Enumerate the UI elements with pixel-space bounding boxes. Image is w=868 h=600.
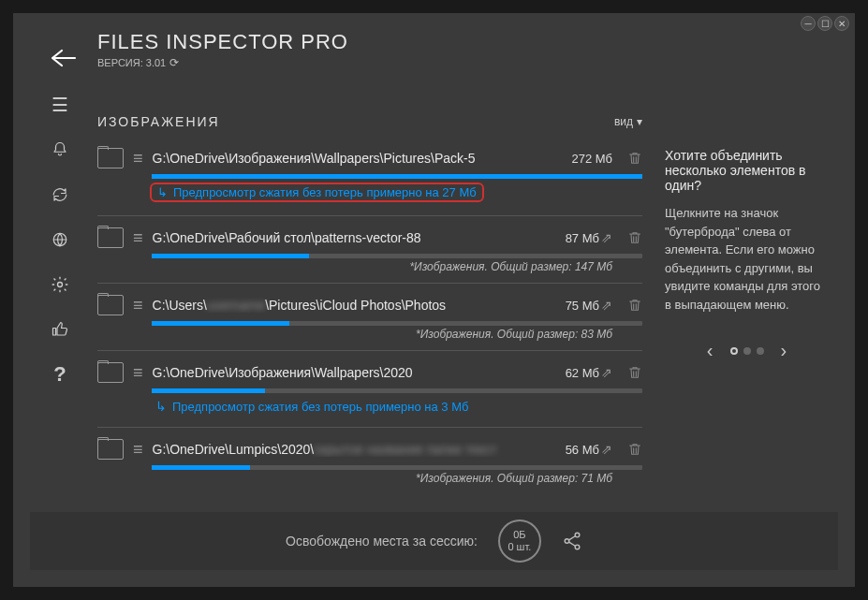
item-size: 62 Мб⇗ bbox=[566, 365, 612, 380]
preview-arrow-icon: ↳ bbox=[155, 399, 167, 414]
link-icon: ⇗ bbox=[601, 230, 612, 245]
chevron-down-icon: ▾ bbox=[637, 115, 642, 128]
session-counter: 0Б 0 шт. bbox=[498, 520, 541, 563]
pager-dot[interactable] bbox=[743, 347, 751, 355]
item-size: 272 Мб bbox=[571, 152, 612, 166]
thumbs-up-icon[interactable] bbox=[49, 318, 71, 341]
item-subtext: *Изображения. Общий размер: 71 Мб bbox=[97, 472, 642, 485]
folder-icon[interactable] bbox=[97, 439, 124, 460]
size-bar bbox=[152, 465, 642, 470]
list-item: ≡ G:\OneDrive\Изображения\Wallpapers\Pic… bbox=[97, 142, 642, 210]
item-menu-icon[interactable]: ≡ bbox=[133, 297, 143, 314]
delete-button[interactable] bbox=[627, 298, 642, 313]
size-bar bbox=[152, 174, 642, 179]
svg-point-1 bbox=[58, 283, 63, 287]
list-item: ≡ G:\OneDrive\Lumpics\2020\скрытое назва… bbox=[97, 433, 642, 489]
item-size: 75 Мб⇗ bbox=[566, 298, 612, 313]
compression-preview-link[interactable]: ↳Предпросмотр сжатия без потерь примерно… bbox=[155, 399, 642, 414]
delete-button[interactable] bbox=[627, 365, 642, 380]
view-toggle[interactable]: вид▾ bbox=[614, 115, 642, 128]
size-bar bbox=[152, 254, 642, 258]
folder-icon[interactable] bbox=[97, 227, 124, 248]
sync-icon[interactable] bbox=[49, 183, 71, 206]
close-button[interactable]: ✕ bbox=[834, 16, 849, 31]
delete-button[interactable] bbox=[627, 442, 642, 457]
folder-icon[interactable] bbox=[97, 362, 124, 383]
footer-label: Освобождено места за сессию: bbox=[286, 534, 478, 549]
globe-icon[interactable] bbox=[49, 228, 71, 251]
list-item: ≡ C:\Users\username\Pictures\iCloud Phot… bbox=[97, 289, 642, 344]
item-path[interactable]: G:\OneDrive\Lumpics\2020\скрытое названи… bbox=[153, 442, 549, 457]
app-title: FILES INSPECTOR PRO bbox=[97, 30, 855, 54]
delete-button[interactable] bbox=[627, 230, 642, 245]
link-icon: ⇗ bbox=[601, 365, 612, 380]
item-subtext: *Изображения. Общий размер: 147 Мб bbox=[97, 260, 642, 273]
size-bar bbox=[152, 388, 642, 393]
list-item: ≡ G:\OneDrive\Рабочий стол\patterns-vect… bbox=[97, 222, 642, 277]
list-item: ≡ G:\OneDrive\Изображения\Wallpapers\202… bbox=[97, 357, 642, 421]
link-icon: ⇗ bbox=[601, 298, 612, 313]
section-title: ИЗОБРАЖЕНИЯ bbox=[97, 114, 220, 129]
pager-dot[interactable] bbox=[730, 347, 738, 355]
item-menu-icon[interactable]: ≡ bbox=[133, 441, 143, 458]
delete-button[interactable] bbox=[627, 151, 642, 166]
tip-title: Хотите объединить несколько элементов в … bbox=[665, 148, 829, 193]
compression-preview-link[interactable]: ↳Предпросмотр сжатия без потерь примерно… bbox=[150, 183, 484, 202]
minimize-button[interactable]: ─ bbox=[801, 16, 816, 31]
item-menu-icon[interactable]: ≡ bbox=[133, 150, 143, 167]
folder-icon[interactable] bbox=[97, 148, 124, 168]
separator bbox=[97, 427, 642, 428]
gear-icon[interactable] bbox=[49, 273, 71, 296]
next-tip-button[interactable]: › bbox=[781, 340, 787, 361]
tip-body: Щелкните на значок "бутерброда" слева от… bbox=[665, 204, 829, 314]
item-size: 56 Мб⇗ bbox=[566, 442, 612, 457]
item-path[interactable]: G:\OneDrive\Изображения\Wallpapers\2020 bbox=[153, 365, 549, 380]
link-icon: ⇗ bbox=[601, 442, 612, 457]
pager-dots bbox=[730, 347, 764, 355]
share-icon[interactable] bbox=[562, 531, 582, 551]
item-path[interactable]: C:\Users\username\Pictures\iCloud Photos… bbox=[153, 298, 549, 313]
back-button[interactable] bbox=[51, 49, 77, 67]
help-icon[interactable]: ? bbox=[49, 363, 71, 386]
bell-icon[interactable] bbox=[49, 139, 71, 161]
size-bar bbox=[152, 321, 642, 326]
item-menu-icon[interactable]: ≡ bbox=[133, 364, 143, 381]
prev-tip-button[interactable]: ‹ bbox=[707, 340, 714, 361]
item-menu-icon[interactable]: ≡ bbox=[133, 229, 143, 246]
preview-arrow-icon: ↳ bbox=[157, 185, 168, 199]
separator bbox=[97, 283, 642, 284]
menu-icon[interactable]: ☰ bbox=[49, 94, 71, 116]
refresh-icon[interactable]: ⟳ bbox=[169, 56, 179, 69]
item-path[interactable]: G:\OneDrive\Рабочий стол\patterns-vector… bbox=[153, 230, 549, 245]
pager-dot[interactable] bbox=[757, 347, 764, 355]
item-subtext: *Изображения. Общий размер: 83 Мб bbox=[97, 328, 642, 341]
separator bbox=[97, 215, 642, 216]
separator bbox=[97, 350, 642, 351]
app-version: ВЕРСИЯ: 3.01⟳ bbox=[97, 56, 855, 69]
item-path[interactable]: G:\OneDrive\Изображения\Wallpapers\Pictu… bbox=[153, 151, 555, 166]
item-size: 87 Мб⇗ bbox=[566, 230, 612, 245]
maximize-button[interactable]: ☐ bbox=[817, 16, 832, 31]
folder-icon[interactable] bbox=[97, 295, 124, 315]
